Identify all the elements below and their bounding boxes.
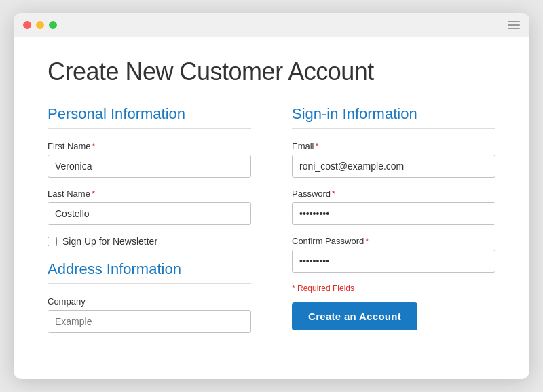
password-field-group: Password* xyxy=(292,189,495,225)
menu-icon[interactable] xyxy=(508,21,520,29)
confirm-password-input[interactable] xyxy=(292,250,495,273)
company-label: Company xyxy=(48,296,251,307)
last-name-field-group: Last Name* xyxy=(48,189,251,225)
page-content: Create New Customer Account Personal Inf… xyxy=(14,37,529,371)
company-field-group: Company xyxy=(48,296,251,333)
left-column: Personal Information First Name* Last Na… xyxy=(48,105,251,344)
first-name-label: First Name* xyxy=(48,141,251,151)
minimize-dot[interactable] xyxy=(36,21,44,29)
window-controls xyxy=(23,21,57,29)
browser-window: Create New Customer Account Personal Inf… xyxy=(14,13,529,379)
newsletter-row: Sign Up for Newsletter xyxy=(48,236,251,247)
confirm-password-label: Confirm Password* xyxy=(292,236,495,246)
last-name-required-star: * xyxy=(92,189,95,199)
right-column: Sign-in Information Email* Password* Co xyxy=(292,105,495,344)
email-field-group: Email* xyxy=(292,141,495,178)
password-required-star: * xyxy=(332,189,335,199)
confirm-password-required-star: * xyxy=(365,236,369,246)
email-input[interactable] xyxy=(292,155,495,178)
first-name-input[interactable] xyxy=(48,155,251,178)
newsletter-checkbox[interactable] xyxy=(48,237,57,246)
first-name-field-group: First Name* xyxy=(48,141,251,178)
signin-info-heading: Sign-in Information xyxy=(292,105,495,129)
required-fields-note: * Required Fields xyxy=(292,283,495,293)
address-info-heading: Address Information xyxy=(48,260,251,284)
close-dot[interactable] xyxy=(23,21,31,29)
password-input[interactable] xyxy=(292,202,495,225)
newsletter-label: Sign Up for Newsletter xyxy=(62,236,157,247)
password-label: Password* xyxy=(292,189,495,199)
personal-info-heading: Personal Information xyxy=(48,105,251,129)
maximize-dot[interactable] xyxy=(49,21,57,29)
last-name-label: Last Name* xyxy=(48,189,251,199)
create-account-button[interactable]: Create an Account xyxy=(292,302,417,330)
last-name-input[interactable] xyxy=(48,202,251,225)
form-grid: Personal Information First Name* Last Na… xyxy=(48,105,495,344)
page-title: Create New Customer Account xyxy=(48,58,495,86)
email-required-star: * xyxy=(316,141,319,151)
titlebar xyxy=(14,13,529,37)
confirm-password-field-group: Confirm Password* xyxy=(292,236,495,273)
company-input[interactable] xyxy=(48,310,251,333)
email-label: Email* xyxy=(292,141,495,151)
first-name-required-star: * xyxy=(92,141,96,151)
